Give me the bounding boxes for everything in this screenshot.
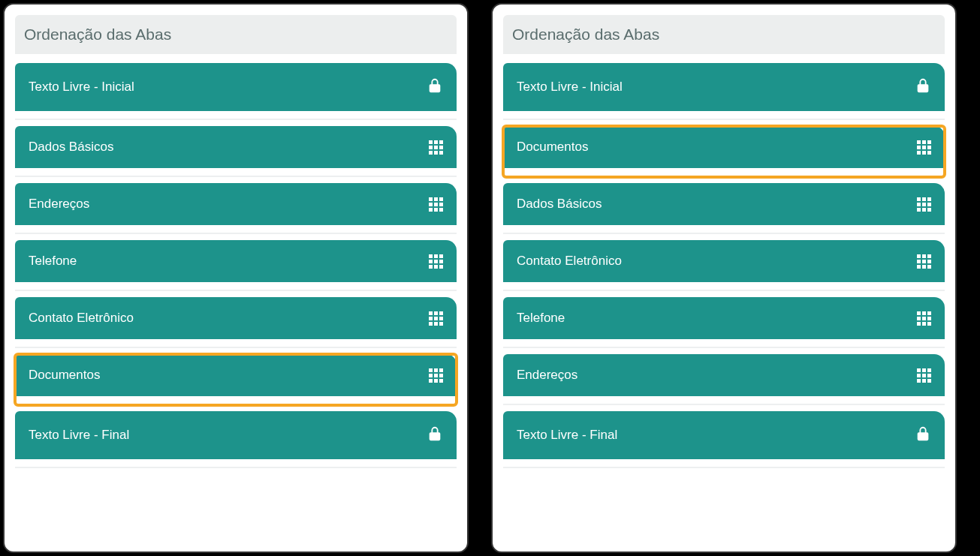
panel-header: Ordenação das Abas (503, 15, 945, 54)
draggable-tab[interactable]: Telefone (15, 240, 457, 282)
tab-label: Texto Livre - Final (29, 428, 129, 443)
tab-list: Texto Livre - InicialDocumentosDados Bás… (503, 63, 945, 468)
drag-handle-icon[interactable] (429, 197, 443, 212)
drag-handle-icon[interactable] (429, 140, 443, 155)
lock-icon (427, 425, 443, 446)
drag-handle-icon[interactable] (917, 368, 931, 383)
tab-label: Contato Eletrônico (29, 311, 134, 326)
lock-icon (427, 77, 443, 98)
tab-item[interactable]: Contato Eletrônico (503, 240, 945, 291)
tab-item[interactable]: Telefone (15, 240, 457, 291)
drag-handle-icon[interactable] (429, 311, 443, 326)
lock-icon (915, 77, 931, 98)
tab-item[interactable]: Dados Básicos (503, 183, 945, 234)
item-footer-bar (15, 396, 457, 405)
item-footer-bar (503, 459, 945, 468)
draggable-tab[interactable]: Telefone (503, 297, 945, 339)
drag-handle-icon[interactable] (917, 311, 931, 326)
tab-item[interactable]: Dados Básicos (15, 126, 457, 177)
tab-item: Texto Livre - Final (15, 411, 457, 468)
draggable-tab[interactable]: Documentos (15, 354, 457, 396)
lock-icon (915, 425, 931, 446)
tab-item[interactable]: Endereços (503, 354, 945, 405)
tab-item: Texto Livre - Final (503, 411, 945, 468)
item-footer-bar (503, 396, 945, 405)
item-footer-bar (15, 282, 457, 291)
tab-label: Texto Livre - Inicial (517, 80, 623, 95)
drag-handle-icon[interactable] (429, 254, 443, 269)
locked-tab: Texto Livre - Inicial (15, 63, 457, 111)
drag-handle-icon[interactable] (429, 368, 443, 383)
tab-item: Texto Livre - Inicial (15, 63, 457, 120)
drag-handle-icon[interactable] (917, 197, 931, 212)
tab-label: Documentos (29, 368, 100, 383)
tab-label: Texto Livre - Final (517, 428, 617, 443)
tab-label: Dados Básicos (29, 140, 113, 155)
tab-label: Contato Eletrônico (517, 254, 622, 269)
tab-item[interactable]: Endereços (15, 183, 457, 234)
tab-item[interactable]: Telefone (503, 297, 945, 348)
tab-item[interactable]: Documentos (15, 354, 457, 405)
draggable-tab[interactable]: Contato Eletrônico (503, 240, 945, 282)
tab-item[interactable]: Documentos (503, 126, 945, 177)
locked-tab: Texto Livre - Final (15, 411, 457, 459)
tab-item[interactable]: Contato Eletrônico (15, 297, 457, 348)
drag-handle-icon[interactable] (917, 254, 931, 269)
tab-label: Telefone (517, 311, 565, 326)
tab-label: Documentos (517, 140, 588, 155)
item-footer-bar (503, 111, 945, 120)
item-footer-bar (15, 168, 457, 177)
panel-title: Ordenação das Abas (512, 26, 936, 44)
tab-ordering-panel-right: Ordenação das Abas Texto Livre - Inicial… (491, 3, 957, 553)
tab-ordering-panel-left: Ordenação das Abas Texto Livre - Inicial… (3, 3, 469, 553)
draggable-tab[interactable]: Dados Básicos (15, 126, 457, 168)
draggable-tab[interactable]: Contato Eletrônico (15, 297, 457, 339)
tab-label: Texto Livre - Inicial (29, 80, 134, 95)
item-footer-bar (503, 225, 945, 234)
item-footer-bar (503, 339, 945, 348)
tab-label: Endereços (29, 197, 89, 212)
tab-item: Texto Livre - Inicial (503, 63, 945, 120)
item-footer-bar (15, 339, 457, 348)
locked-tab: Texto Livre - Final (503, 411, 945, 459)
tab-label: Endereços (517, 368, 577, 383)
tab-list: Texto Livre - InicialDados BásicosEndere… (15, 63, 457, 468)
draggable-tab[interactable]: Endereços (15, 183, 457, 225)
draggable-tab[interactable]: Documentos (503, 126, 945, 168)
item-footer-bar (15, 459, 457, 468)
panel-title: Ordenação das Abas (24, 26, 448, 44)
panel-header: Ordenação das Abas (15, 15, 457, 54)
item-footer-bar (15, 225, 457, 234)
item-footer-bar (15, 111, 457, 120)
locked-tab: Texto Livre - Inicial (503, 63, 945, 111)
drag-handle-icon[interactable] (917, 140, 931, 155)
draggable-tab[interactable]: Dados Básicos (503, 183, 945, 225)
tab-label: Telefone (29, 254, 77, 269)
item-footer-bar (503, 282, 945, 291)
item-footer-bar (503, 168, 945, 177)
draggable-tab[interactable]: Endereços (503, 354, 945, 396)
tab-label: Dados Básicos (517, 197, 602, 212)
